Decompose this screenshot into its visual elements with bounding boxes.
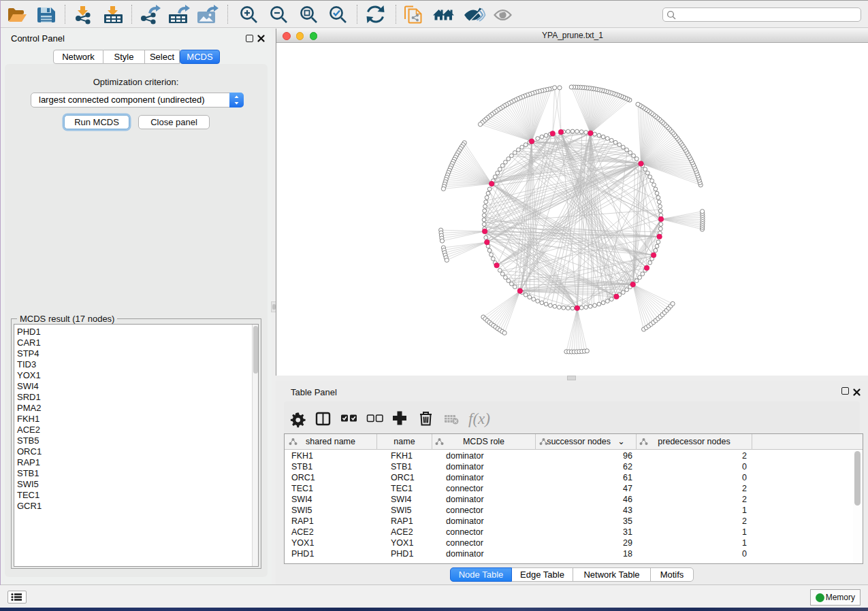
svg-text:f(x): f(x)	[468, 410, 490, 427]
